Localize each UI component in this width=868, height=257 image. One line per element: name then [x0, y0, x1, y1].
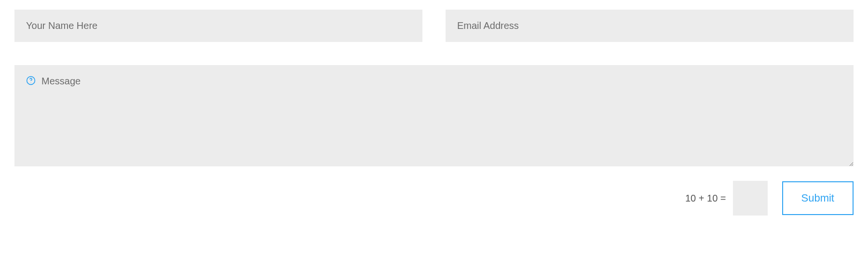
message-textarea[interactable]: [14, 65, 854, 166]
submit-button[interactable]: Submit: [782, 181, 854, 215]
email-input[interactable]: [446, 10, 854, 42]
bottom-row: 10 + 10 = Submit: [14, 181, 854, 216]
captcha-input[interactable]: [733, 181, 768, 216]
top-row: [14, 10, 854, 42]
name-input[interactable]: [14, 10, 422, 42]
contact-form: 10 + 10 = Submit: [14, 10, 854, 216]
message-wrapper: [14, 65, 854, 166]
captcha-question: 10 + 10 =: [685, 193, 726, 204]
